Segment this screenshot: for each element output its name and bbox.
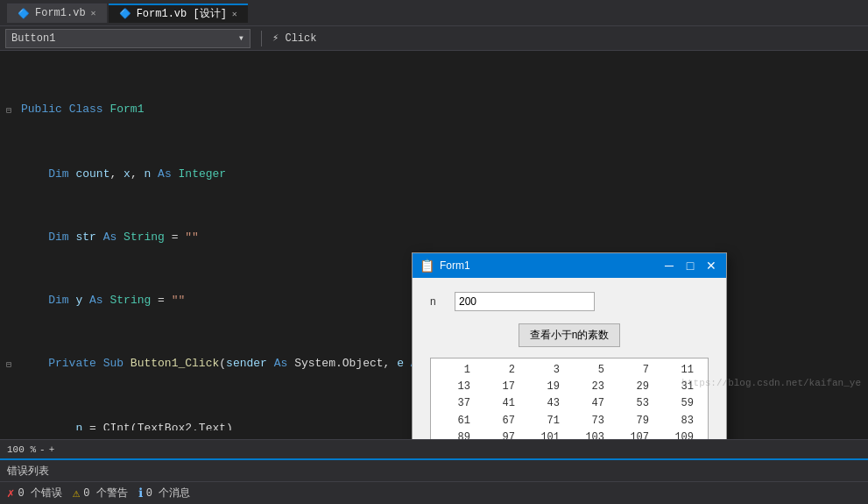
prime-number: 97	[479, 429, 515, 439]
prime-number: 67	[479, 413, 515, 429]
watermark: https://blog.csdn.net/kaifan_ye	[681, 378, 861, 388]
zoom-bar: 100 % - +	[0, 439, 868, 458]
prime-number: 13	[434, 379, 470, 395]
form1-close-btn[interactable]: ✕	[703, 258, 719, 273]
n-label: n	[430, 295, 448, 308]
prime-grid: 1235711131719232931374143475359616771737…	[434, 362, 694, 439]
warning-count: 0 个警告	[83, 486, 127, 500]
dropdown-arrow-icon: ▾	[238, 32, 244, 45]
gutter-5[interactable]: ⊟	[0, 356, 18, 373]
warning-count-badge[interactable]: ⚠ 0 个警告	[73, 486, 128, 500]
message-count: 0 个消息	[146, 486, 190, 500]
prime-number: 1	[434, 362, 470, 379]
prime-number: 3	[524, 362, 560, 379]
zoom-plus-btn[interactable]: +	[49, 444, 55, 455]
form1-title: Form1	[440, 259, 656, 272]
zoom-level: 100 %	[7, 444, 36, 455]
vb-icon: 🔷	[18, 8, 30, 19]
form-icon: 📋	[420, 259, 434, 273]
form1-titlebar: 📋 Form1 ─ □ ✕	[413, 253, 726, 278]
method-dropdown-value: Button1	[11, 32, 55, 45]
error-list-header: 错误列表	[0, 458, 868, 481]
tab-form1-design-label: Form1.vb [设计]	[137, 6, 227, 21]
code-toolbar: Button1 ▾ ⚡ Click	[0, 26, 868, 51]
prime-number: 109	[658, 429, 694, 439]
tab-form1-design[interactable]: 🔷 Form1.vb [设计] ✕	[109, 4, 248, 23]
prime-number: 89	[434, 429, 470, 439]
code-line-1: ⊟ Public Class Form1	[0, 102, 868, 119]
query-primes-button[interactable]: 查看小于n的素数	[519, 323, 621, 347]
gutter-2	[0, 167, 18, 182]
prime-number: 2	[479, 362, 515, 379]
prime-number: 79	[613, 413, 649, 429]
form1-restore-btn[interactable]: □	[682, 258, 698, 273]
vb-design-icon: 🔷	[119, 8, 131, 19]
primes-textbox-wrap: 1235711131719232931374143475359616771737…	[430, 358, 709, 439]
toolbar-separator	[261, 31, 262, 46]
prime-number: 107	[613, 429, 649, 439]
gutter-4	[0, 293, 18, 309]
primes-textbox[interactable]: 1235711131719232931374143475359616771737…	[431, 358, 708, 439]
n-input[interactable]	[455, 292, 595, 311]
tab-form1-vb[interactable]: 🔷 Form1.vb ✕	[7, 4, 107, 23]
zoom-minus-btn[interactable]: -	[39, 444, 46, 455]
prime-number: 23	[568, 379, 604, 395]
tab-bar: 🔷 Form1.vb ✕ 🔷 Form1.vb [设计] ✕	[0, 0, 868, 26]
warning-icon: ⚠	[73, 486, 80, 500]
gutter-3	[0, 230, 18, 245]
prime-number: 17	[479, 379, 515, 395]
code-line-2: Dim count, x, n As Integer	[0, 167, 868, 182]
prime-number: 47	[568, 395, 604, 412]
line-content-3: Dim str As String = ""	[18, 230, 868, 245]
error-count: 0 个错误	[18, 486, 61, 500]
tab-form1-vb-close[interactable]: ✕	[91, 8, 96, 18]
error-list-toolbar: ✗ 0 个错误 ⚠ 0 个警告 ℹ 0 个消息	[0, 481, 868, 504]
code-line-3: Dim str As String = ""	[0, 230, 868, 245]
prime-number: 11	[658, 362, 694, 379]
error-icon: ✗	[7, 486, 14, 500]
form1-minimize-btn[interactable]: ─	[661, 258, 677, 273]
error-count-badge[interactable]: ✗ 0 个错误	[7, 486, 62, 500]
prime-number: 53	[613, 395, 649, 412]
prime-number: 19	[524, 379, 560, 395]
error-list-title: 错误列表	[7, 464, 49, 479]
prime-number: 103	[568, 429, 604, 439]
line-content-1: Public Class Form1	[18, 102, 868, 119]
prime-number: 5	[568, 362, 604, 379]
method-dropdown[interactable]: Button1 ▾	[5, 29, 251, 48]
prime-number: 71	[524, 413, 560, 429]
prime-number: 43	[524, 395, 560, 412]
tab-list: 🔷 Form1.vb ✕ 🔷 Form1.vb [设计] ✕	[7, 4, 248, 23]
gutter-6	[0, 421, 18, 430]
gutter-1[interactable]: ⊟	[0, 102, 18, 119]
event-label: ⚡ Click	[272, 32, 316, 45]
form1-body: n 查看小于n的素数 12357111317192329313741434753…	[413, 278, 726, 439]
n-input-row: n	[430, 292, 709, 311]
prime-number: 37	[434, 395, 470, 412]
prime-number: 29	[613, 379, 649, 395]
info-icon: ℹ	[138, 486, 143, 500]
tab-form1-vb-label: Form1.vb	[35, 7, 86, 19]
prime-number: 7	[613, 362, 649, 379]
form1-dialog: 📋 Form1 ─ □ ✕ n 查看小于n的素数 123571113171923…	[412, 252, 727, 439]
prime-number: 41	[479, 395, 515, 412]
prime-number: 73	[568, 413, 604, 429]
prime-number: 83	[658, 413, 694, 429]
prime-number: 101	[524, 429, 560, 439]
prime-number: 61	[434, 413, 470, 429]
main-area: ⊟ Public Class Form1 Dim count, x, n As …	[0, 51, 868, 439]
prime-number: 59	[658, 395, 694, 412]
line-content-2: Dim count, x, n As Integer	[18, 167, 868, 182]
message-count-badge[interactable]: ℹ 0 个消息	[138, 486, 190, 500]
tab-form1-design-close[interactable]: ✕	[232, 9, 237, 19]
